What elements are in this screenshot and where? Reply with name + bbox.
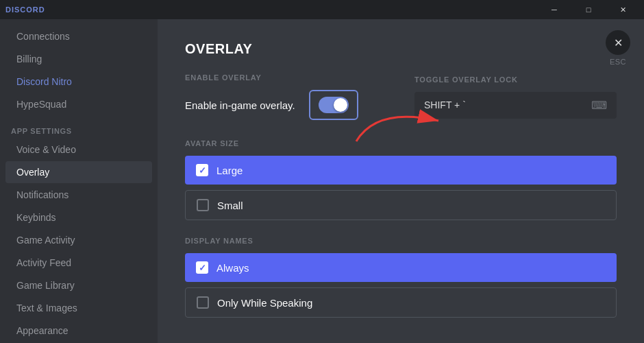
avatar-large-option[interactable]: Large	[185, 156, 617, 185]
sidebar-section-app-settings: APP SETTINGS	[0, 116, 158, 138]
keybind-display[interactable]: SHIFT + ` ⌨	[414, 92, 617, 119]
titlebar-controls: ─ □ ✕	[538, 0, 639, 19]
window-close-button[interactable]: ✕	[607, 0, 639, 19]
maximize-button[interactable]: □	[573, 0, 604, 19]
sidebar-item-overlay[interactable]: Overlay	[5, 161, 152, 183]
display-speaking-option[interactable]: Only While Speaking	[185, 287, 617, 318]
titlebar-left: DISCORD	[5, 5, 45, 14]
content-inner: OVERLAY ENABLE OVERLAY Enable in-game ov…	[158, 19, 644, 343]
sidebar-item-hypesquad[interactable]: HypeSquad	[5, 93, 152, 115]
avatar-small-checkbox[interactable]	[197, 199, 209, 211]
keyboard-icon: ⌨	[591, 99, 607, 112]
overlay-header-row: ENABLE OVERLAY Enable in-game overlay. T…	[185, 73, 617, 120]
avatar-size-section: AVATAR SIZE Large Small	[185, 139, 617, 220]
keybind-value: SHIFT + `	[424, 99, 584, 110]
toggle-lock-section: TOGGLE OVERLAY LOCK SHIFT + ` ⌨	[414, 75, 617, 119]
display-names-section: DISPLAY NAMES Always Only While Speaking	[185, 237, 617, 318]
avatar-small-option[interactable]: Small	[185, 190, 617, 220]
enable-overlay-section: ENABLE OVERLAY Enable in-game overlay.	[185, 73, 387, 120]
app-logo: DISCORD	[5, 5, 45, 14]
sidebar-item-game-activity[interactable]: Game Activity	[5, 229, 152, 251]
sidebar-item-appearance[interactable]: Appearance	[5, 320, 152, 342]
esc-button[interactable]: ✕ ESC	[606, 30, 630, 66]
page-title: OVERLAY	[185, 41, 617, 57]
sidebar-item-activity-feed[interactable]: Activity Feed	[5, 252, 152, 274]
sidebar-item-notifications[interactable]: Notifications	[5, 184, 152, 206]
avatar-large-label: Large	[216, 165, 243, 176]
display-names-label: DISPLAY NAMES	[185, 237, 617, 245]
enable-overlay-toggle[interactable]	[319, 97, 349, 113]
sidebar: Connections Billing Discord Nitro HypeSq…	[0, 19, 158, 343]
enable-ingame-text: Enable in-game overlay.	[185, 99, 295, 111]
display-speaking-label: Only While Speaking	[217, 297, 312, 309]
toggle-overlay-lock-label: TOGGLE OVERLAY LOCK	[414, 75, 617, 84]
sidebar-item-connections[interactable]: Connections	[5, 25, 152, 47]
sidebar-item-game-library[interactable]: Game Library	[5, 274, 152, 296]
display-always-label: Always	[216, 262, 249, 274]
sidebar-item-text-images[interactable]: Text & Images	[5, 297, 152, 319]
avatar-small-label: Small	[217, 200, 243, 211]
close-icon[interactable]: ✕	[606, 30, 630, 55]
titlebar: DISCORD ─ □ ✕	[0, 0, 644, 19]
avatar-size-label: AVATAR SIZE	[185, 139, 617, 147]
main-layout: Connections Billing Discord Nitro HypeSq…	[0, 19, 644, 343]
toggle-knob	[334, 98, 347, 112]
sidebar-item-keybinds[interactable]: Keybinds	[5, 206, 152, 228]
display-speaking-checkbox[interactable]	[197, 296, 209, 309]
minimize-button[interactable]: ─	[538, 0, 570, 19]
enable-overlay-label: ENABLE OVERLAY	[185, 73, 387, 82]
sidebar-item-voice-video[interactable]: Voice & Video	[5, 139, 152, 161]
display-always-option[interactable]: Always	[185, 253, 617, 282]
sidebar-item-billing[interactable]: Billing	[5, 48, 152, 70]
toggle-overlay-box	[309, 90, 358, 120]
display-always-checkbox[interactable]	[196, 261, 208, 274]
avatar-large-checkbox[interactable]	[196, 164, 208, 176]
content-area: ✕ ESC OVERLAY ENABLE OVERLAY Enable in-g…	[158, 19, 644, 343]
esc-label: ESC	[610, 58, 626, 66]
sidebar-item-discord-nitro[interactable]: Discord Nitro	[5, 71, 152, 93]
